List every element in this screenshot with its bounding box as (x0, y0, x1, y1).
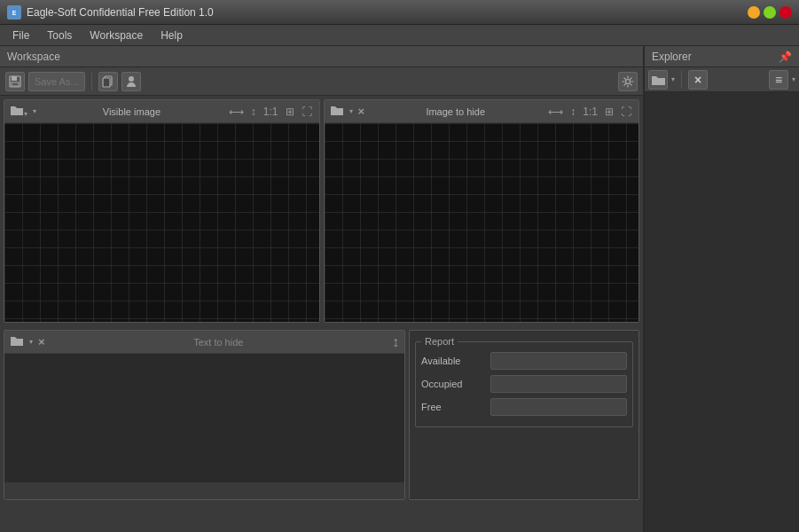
main-toolbar: Save As... (0, 67, 643, 96)
text-panel-header: ▾ × Text to hide ↕ (4, 331, 404, 354)
explorer-body (645, 92, 799, 532)
text-panel-footer (4, 481, 404, 499)
report-row-available: Available (421, 352, 627, 370)
hide-image-close-btn[interactable]: × (358, 105, 365, 118)
hide-zoom-custom-btn[interactable]: ⊞ (603, 105, 615, 119)
explorer-panel: Explorer 📌 ▾ × ≡ ▾ (644, 46, 799, 532)
explorer-toolbar-sep (681, 71, 682, 89)
text-panel-open-icon[interactable] (10, 334, 24, 349)
save-as-label: Save As... (35, 76, 79, 87)
app-icon: E (7, 5, 21, 20)
report-legend: Report (421, 336, 458, 347)
explorer-menu-dropdown[interactable]: ▾ (792, 75, 795, 83)
maximize-button[interactable] (764, 6, 776, 19)
explorer-menu-button[interactable]: ≡ (769, 70, 788, 90)
svg-rect-6 (103, 78, 110, 87)
hide-image-toolbar: ⟷ ↕ 1:1 ⊞ ⛶ (546, 105, 633, 119)
report-row-free: Free (421, 398, 627, 416)
main-container: Workspace Save As... (0, 46, 799, 532)
text-panel-title: Text to hide (51, 337, 387, 348)
settings-button[interactable] (618, 72, 638, 91)
copy-button[interactable] (98, 72, 118, 91)
toolbar-right (618, 72, 638, 91)
visible-zoom-custom-btn[interactable]: ⊞ (284, 105, 296, 119)
report-available-value (490, 352, 627, 370)
svg-rect-4 (12, 82, 19, 86)
hide-image-open-icon[interactable] (330, 104, 344, 119)
explorer-open-button[interactable] (648, 70, 668, 90)
menu-workspace[interactable]: Workspace (81, 27, 152, 43)
visible-image-grid (4, 123, 319, 322)
close-button[interactable] (779, 6, 792, 19)
report-free-value (490, 398, 627, 416)
visible-zoom-height-btn[interactable]: ↕ (249, 105, 258, 119)
text-panel-close-btn[interactable]: × (38, 335, 45, 348)
report-fieldset: Report Available Occupied Free (415, 336, 633, 427)
explorer-label: Explorer (652, 51, 692, 63)
report-panel: Report Available Occupied Free (409, 330, 639, 500)
svg-text:E: E (12, 10, 17, 16)
hide-zoom-fit-btn[interactable]: ⟷ (546, 105, 565, 119)
text-panel-body[interactable] (4, 354, 404, 481)
menu-bar: File Tools Workspace Help (0, 25, 799, 46)
workspace-header: Workspace (0, 46, 643, 67)
toolbar-separator-1 (91, 73, 92, 90)
svg-point-8 (626, 79, 631, 83)
hide-image-title: Image to hide (370, 106, 541, 117)
report-occupied-value (490, 375, 627, 393)
visible-zoom-fit-btn[interactable]: ⟷ (227, 105, 246, 119)
explorer-pin-icon[interactable]: 📌 (779, 51, 792, 63)
image-panels-row: ▾ ▾ Visible image ⟷ ↕ 1:1 ⊞ ⛶ (0, 96, 643, 326)
report-occupied-label: Occupied (421, 379, 483, 389)
workspace-label: Workspace (7, 51, 60, 63)
window-controls (748, 6, 792, 19)
bottom-section: ▾ × Text to hide ↕ Report Available (0, 326, 643, 504)
text-hide-panel: ▾ × Text to hide ↕ (4, 330, 405, 500)
visible-image-panel: ▾ ▾ Visible image ⟷ ↕ 1:1 ⊞ ⛶ (4, 99, 320, 323)
svg-rect-3 (12, 76, 17, 81)
text-panel-dropdown-arrow[interactable]: ▾ (29, 338, 33, 346)
title-text: Eagle-Soft Confidential Free Edition 1.0 (27, 6, 214, 19)
title-bar-left: E Eagle-Soft Confidential Free Edition 1… (7, 5, 214, 20)
title-bar: E Eagle-Soft Confidential Free Edition 1… (0, 0, 799, 25)
svg-point-7 (129, 76, 134, 82)
visible-zoom-1-1-btn[interactable]: 1:1 (262, 105, 280, 119)
hide-image-canvas (325, 123, 639, 322)
hide-image-grid (325, 123, 639, 322)
hide-zoom-1-1-btn[interactable]: 1:1 (581, 105, 599, 119)
menu-help[interactable]: Help (152, 27, 192, 43)
visible-image-dropdown-arrow[interactable]: ▾ (33, 107, 36, 115)
hide-image-panel-header: ▾ × Image to hide ⟷ ↕ 1:1 ⊞ ⛶ (325, 100, 639, 123)
save-as-button[interactable]: Save As... (28, 72, 85, 91)
text-panel-resize-icon[interactable]: ↕ (392, 334, 399, 350)
explorer-close-button[interactable]: × (688, 70, 708, 90)
visible-zoom-full-btn[interactable]: ⛶ (300, 105, 314, 119)
report-row-occupied: Occupied (421, 375, 627, 393)
explorer-close-icon: × (694, 73, 701, 87)
explorer-menu-icon: ≡ (775, 73, 782, 87)
text-hide-input[interactable] (8, 357, 401, 478)
visible-image-title: Visible image (42, 106, 222, 117)
hide-image-panel: ▾ × Image to hide ⟷ ↕ 1:1 ⊞ ⛶ (324, 99, 640, 323)
visible-image-panel-header: ▾ ▾ Visible image ⟷ ↕ 1:1 ⊞ ⛶ (4, 100, 319, 123)
workspace-area: Workspace Save As... (0, 46, 644, 532)
visible-image-toolbar: ⟷ ↕ 1:1 ⊞ ⛶ (227, 105, 314, 119)
hide-zoom-full-btn[interactable]: ⛶ (619, 105, 633, 119)
report-free-label: Free (421, 402, 483, 412)
visible-image-canvas (4, 123, 319, 322)
menu-file[interactable]: File (4, 27, 38, 43)
person-button[interactable] (121, 72, 141, 91)
visible-image-open-icon[interactable]: ▾ (10, 104, 27, 119)
hide-zoom-height-btn[interactable]: ↕ (568, 105, 577, 119)
menu-tools[interactable]: Tools (38, 27, 81, 43)
explorer-header: Explorer 📌 (645, 46, 799, 67)
explorer-toolbar: ▾ × ≡ ▾ (645, 67, 799, 92)
explorer-folder-dropdown[interactable]: ▾ (671, 75, 675, 83)
save-button[interactable] (5, 72, 25, 91)
hide-image-dropdown-arrow[interactable]: ▾ (349, 107, 353, 115)
minimize-button[interactable] (748, 6, 760, 19)
report-available-label: Available (421, 356, 483, 366)
